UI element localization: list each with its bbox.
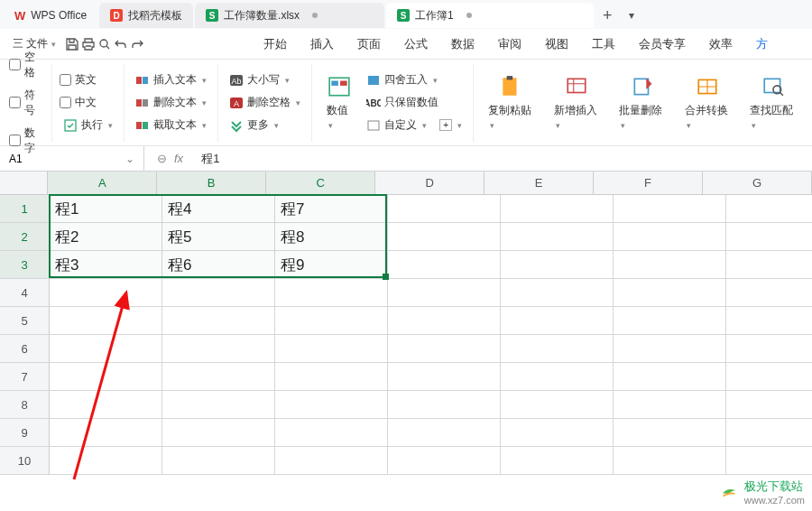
cell[interactable]: 程6	[162, 251, 275, 279]
cell[interactable]	[501, 251, 614, 279]
cell[interactable]	[50, 335, 162, 363]
cell[interactable]	[162, 307, 275, 335]
row-header[interactable]: 9	[0, 419, 50, 447]
cell[interactable]	[162, 279, 275, 307]
cell[interactable]	[388, 391, 501, 419]
col-header-b[interactable]: B	[157, 172, 266, 195]
cell[interactable]: 程9	[275, 251, 388, 279]
cell[interactable]: 程5	[162, 223, 275, 251]
menu-member[interactable]: 会员专享	[628, 31, 697, 58]
cell[interactable]	[726, 335, 812, 363]
cell[interactable]	[726, 307, 812, 335]
cell[interactable]	[275, 391, 388, 419]
cell[interactable]	[501, 363, 614, 391]
cell[interactable]	[501, 419, 614, 447]
col-header-c[interactable]: C	[266, 172, 375, 195]
cell[interactable]	[50, 279, 162, 307]
cell[interactable]	[501, 335, 614, 363]
check-english[interactable]: 英文	[60, 70, 116, 89]
custom-button[interactable]: 自定义▾ +▾	[363, 116, 466, 135]
name-box[interactable]: A1 ⌄	[0, 146, 144, 171]
cell[interactable]	[614, 419, 726, 447]
cell[interactable]	[388, 307, 501, 335]
row-header[interactable]: 8	[0, 391, 50, 419]
cell[interactable]	[614, 251, 726, 279]
cell[interactable]	[501, 391, 614, 419]
check-space[interactable]: 空格	[9, 48, 44, 82]
save-icon[interactable]	[65, 37, 79, 51]
cell[interactable]	[275, 419, 388, 447]
round-button[interactable]: 四舍五入▾	[363, 70, 466, 89]
menu-insert[interactable]: 插入	[300, 31, 345, 58]
cell[interactable]	[162, 363, 275, 391]
cell[interactable]	[388, 279, 501, 307]
cell[interactable]	[501, 307, 614, 335]
menu-fang[interactable]: 方	[745, 31, 779, 58]
cell[interactable]	[614, 279, 726, 307]
more-button[interactable]: 更多▾	[226, 116, 304, 135]
insert-text-button[interactable]: 插入文本▾	[132, 70, 210, 89]
cell[interactable]: 程3	[50, 251, 162, 279]
row-header[interactable]: 3	[0, 251, 50, 279]
cell[interactable]	[50, 307, 162, 335]
select-all-corner[interactable]	[0, 172, 48, 195]
row-header[interactable]: 6	[0, 335, 50, 363]
menu-review[interactable]: 审阅	[487, 31, 532, 58]
cell[interactable]	[614, 447, 726, 475]
redo-icon[interactable]	[130, 37, 144, 51]
cell[interactable]	[614, 363, 726, 391]
menu-start[interactable]: 开始	[253, 31, 298, 58]
cell[interactable]	[275, 335, 388, 363]
row-header[interactable]: 4	[0, 279, 50, 307]
cell[interactable]	[614, 391, 726, 419]
cell[interactable]	[50, 391, 162, 419]
cell[interactable]	[614, 223, 726, 251]
cell[interactable]: 程4	[162, 195, 275, 223]
menu-tools[interactable]: 工具	[581, 31, 626, 58]
cell[interactable]	[388, 419, 501, 447]
delete-text-button[interactable]: 删除文本▾	[132, 93, 210, 112]
cell[interactable]	[162, 335, 275, 363]
menu-formula[interactable]: 公式	[393, 31, 438, 58]
col-header-d[interactable]: D	[375, 172, 484, 195]
cell[interactable]	[726, 447, 812, 475]
cell[interactable]	[50, 447, 162, 475]
cell[interactable]	[726, 279, 812, 307]
number-value-button[interactable]: 数值▾	[319, 70, 359, 135]
cell[interactable]	[162, 419, 275, 447]
tab-template[interactable]: D 找稻壳模板	[99, 3, 193, 28]
cell[interactable]	[501, 279, 614, 307]
menu-data[interactable]: 数据	[440, 31, 485, 58]
cell[interactable]	[50, 419, 162, 447]
tab-workbook1[interactable]: S 工作簿1	[386, 3, 594, 28]
cancel-icon[interactable]: ⊖	[157, 152, 167, 165]
cell[interactable]: 程2	[50, 223, 162, 251]
copy-paste-button[interactable]: 复制粘贴▾	[481, 65, 541, 140]
col-header-f[interactable]: F	[594, 172, 703, 195]
case-button[interactable]: Ab大小写▾	[226, 70, 304, 89]
check-symbol[interactable]: 符号	[9, 86, 44, 120]
trim-space-button[interactable]: A删除空格▾	[226, 93, 304, 112]
cell[interactable]	[388, 363, 501, 391]
cell[interactable]	[275, 307, 388, 335]
cell[interactable]	[50, 363, 162, 391]
cell[interactable]	[726, 391, 812, 419]
batch-delete-button[interactable]: 批量删除▾	[612, 65, 672, 140]
cell[interactable]	[726, 363, 812, 391]
cell[interactable]	[388, 335, 501, 363]
row-header[interactable]: 10	[0, 447, 50, 475]
cell[interactable]	[275, 279, 388, 307]
cell[interactable]: 程7	[275, 195, 388, 223]
row-header[interactable]: 7	[0, 363, 50, 391]
row-header[interactable]: 5	[0, 307, 50, 335]
cell[interactable]	[162, 391, 275, 419]
cell[interactable]	[275, 447, 388, 475]
cell[interactable]: 程8	[275, 223, 388, 251]
cell[interactable]	[614, 195, 726, 223]
cell[interactable]	[162, 447, 275, 475]
keep-value-button[interactable]: ABC只保留数值	[363, 93, 466, 112]
tab-menu-button[interactable]: ▾	[622, 9, 641, 22]
menu-view[interactable]: 视图	[534, 31, 579, 58]
tab-workbook-count[interactable]: S 工作簿数量.xlsx	[195, 3, 384, 28]
cell[interactable]	[501, 447, 614, 475]
